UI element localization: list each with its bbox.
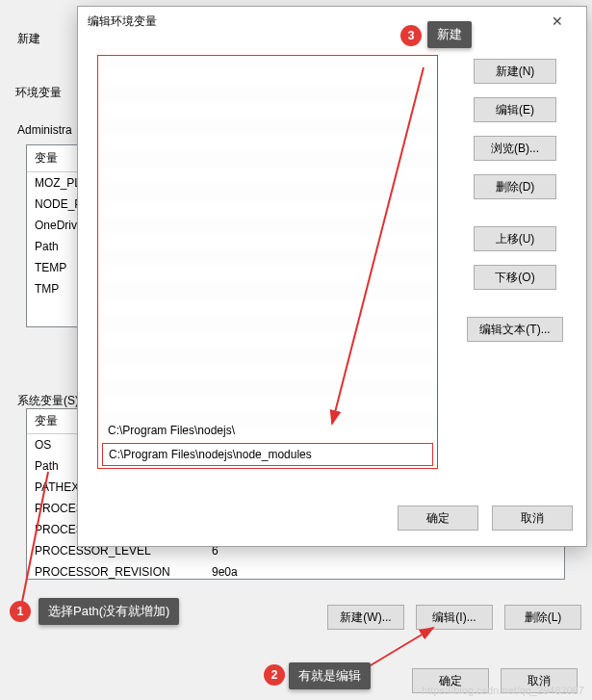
list-item-highlighted[interactable]: C:\Program Files\nodejs\node_modules xyxy=(102,443,433,466)
sys-vars-button-row: 新建(W)... 编辑(I)... 删除(L) xyxy=(327,605,581,630)
dialog-titlebar[interactable]: 编辑环境变量 ✕ xyxy=(78,7,586,36)
move-up-button[interactable]: 上移(U) xyxy=(474,226,556,251)
browse-button[interactable]: 浏览(B)... xyxy=(474,136,556,161)
new-entry-button[interactable]: 新建(N) xyxy=(474,59,556,84)
close-icon[interactable]: ✕ xyxy=(538,7,577,36)
edit-entry-button[interactable]: 编辑(E) xyxy=(474,97,556,122)
edit-text-button[interactable]: 编辑文本(T)... xyxy=(467,317,563,342)
edit-env-var-dialog: 编辑环境变量 ✕ C:\Program Files\nodejs\ C:\Pro… xyxy=(77,6,587,547)
table-row[interactable]: PROCESSOR_REVISION9e0a xyxy=(27,561,564,583)
modal-confirm-row: 确定 取消 xyxy=(398,506,573,531)
watermark: https://blog.csdn.net/qq_29482087 xyxy=(422,685,584,696)
edit-sysvar-button[interactable]: 编辑(I)... xyxy=(416,605,493,630)
admin-section-label: Administra xyxy=(17,123,72,137)
callout-1-label: 选择Path(没有就增加) xyxy=(39,598,179,625)
modal-cancel-button[interactable]: 取消 xyxy=(492,506,573,531)
modal-ok-button[interactable]: 确定 xyxy=(398,506,478,531)
visible-path-rows: C:\Program Files\nodejs\ C:\Program File… xyxy=(102,420,433,466)
path-entries-list[interactable]: C:\Program Files\nodejs\ C:\Program File… xyxy=(97,55,438,469)
new-sysvar-button[interactable]: 新建(W)... xyxy=(327,605,404,630)
callout-2-label: 有就是编辑 xyxy=(289,662,371,689)
callout-3-badge: 3 xyxy=(400,25,422,46)
delete-entry-button[interactable]: 删除(D) xyxy=(474,174,556,199)
list-item[interactable]: C:\Program Files\nodejs\ xyxy=(102,420,433,441)
callout-1-badge: 1 xyxy=(10,601,31,622)
sys-section-label: 系统变量(S) xyxy=(17,393,79,409)
env-section-label: 环境变量 xyxy=(12,85,65,101)
callout-3-label: 新建 xyxy=(427,21,472,48)
toolbar-new-label[interactable]: 新建 xyxy=(17,31,40,47)
move-down-button[interactable]: 下移(O) xyxy=(474,265,556,290)
blurred-entries xyxy=(102,60,433,429)
dialog-title: 编辑环境变量 xyxy=(88,7,157,36)
delete-sysvar-button[interactable]: 删除(L) xyxy=(504,605,581,630)
modal-side-buttons: 新建(N) 编辑(E) 浏览(B)... 删除(D) 上移(U) 下移(O) 编… xyxy=(457,59,573,355)
callout-2-badge: 2 xyxy=(264,664,285,686)
